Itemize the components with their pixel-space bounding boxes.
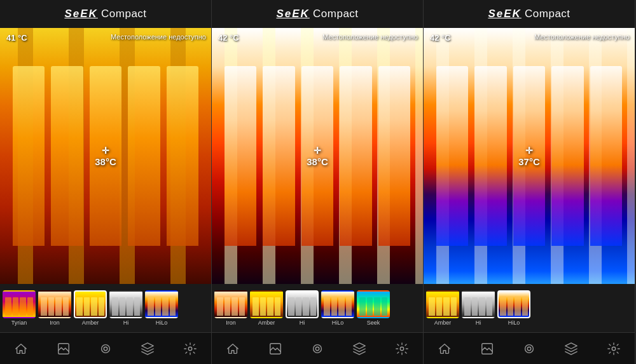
- home-icon-2[interactable]: [221, 337, 244, 360]
- svg-point-5: [314, 344, 322, 353]
- tfhl1: [148, 297, 154, 316]
- tfhl2: [155, 297, 162, 316]
- palette-thumb-hilo-3[interactable]: [497, 290, 530, 318]
- tf2hl3: [338, 297, 345, 316]
- thumb-fins-amber-3: [429, 293, 457, 316]
- gallery-icon-3[interactable]: [476, 337, 499, 360]
- tfh1: [112, 297, 118, 316]
- header-compact-2: Compact: [313, 8, 359, 20]
- bottom-nav-3: [424, 332, 635, 364]
- camera-icon-3[interactable]: [518, 337, 541, 360]
- home-icon-3[interactable]: [433, 337, 456, 360]
- thermal-bg-iron: 42 °C Местоположение недоступно ✛ 38°C: [212, 28, 423, 284]
- tfh2: [120, 297, 126, 316]
- tfa3: [91, 297, 97, 316]
- palette-thumb-amber-1[interactable]: [74, 290, 107, 318]
- fin3-5: [590, 66, 622, 246]
- palette-thumb-hi-3[interactable]: [462, 290, 495, 318]
- tf3a2: [436, 297, 443, 316]
- palette-amber-3[interactable]: Amber: [426, 290, 459, 326]
- tf2s4: [382, 297, 388, 316]
- home-icon-1[interactable]: [10, 337, 32, 360]
- fin3-4: [551, 66, 583, 246]
- tfi1: [41, 297, 47, 316]
- thumb-fins-iron-2: [217, 293, 245, 316]
- palette-tyrian[interactable]: Tyrian: [3, 290, 36, 326]
- palette-iron-2[interactable]: Iron: [214, 290, 247, 326]
- tf3a1: [429, 297, 435, 316]
- palette-thumb-iron-2[interactable]: [214, 290, 247, 318]
- palette-label-iron-1: Iron: [50, 320, 60, 326]
- tf3hl2: [508, 297, 514, 316]
- palette-thumb-hi-2[interactable]: [286, 290, 319, 318]
- temp-max-1: 41 °C: [6, 33, 27, 43]
- tfa2: [84, 297, 90, 316]
- settings-icon-3[interactable]: [602, 337, 625, 360]
- crosshair-3: ✛: [525, 145, 533, 154]
- tf2a1: [252, 297, 259, 316]
- thumb-fins-amber-1: [76, 293, 104, 316]
- palette-thumb-seek-2[interactable]: [357, 290, 390, 318]
- camera-icon-1[interactable]: [94, 337, 117, 360]
- thumb-fins-hi-1: [112, 293, 140, 316]
- palette-iron-1[interactable]: Iron: [38, 290, 71, 326]
- palette-row-1: Tyrian Iron Ambe: [0, 284, 211, 332]
- tf2s2: [367, 297, 373, 316]
- header-seek-3: SeEK: [488, 8, 521, 20]
- tf4: [27, 297, 34, 316]
- thumb-fins-hi-2: [288, 293, 316, 316]
- fin3-1: [436, 66, 468, 246]
- layers-icon-1[interactable]: [136, 337, 159, 360]
- thumb-fins-hilo-1: [148, 293, 176, 316]
- palette-thumb-hi-1[interactable]: [109, 290, 142, 318]
- svg-point-7: [400, 347, 404, 351]
- svg-point-3: [188, 347, 192, 351]
- palette-amber-1[interactable]: Amber: [74, 290, 107, 326]
- fin2-4: [340, 66, 371, 246]
- palette-label-amber-1: Amber: [82, 320, 99, 326]
- tf3h1: [464, 297, 471, 316]
- thermal-bg-amber: 41 °C Местоположение недоступно ✛ 38°C: [0, 28, 211, 284]
- thumb-fins-seek-2: [359, 293, 387, 316]
- layers-icon-3[interactable]: [560, 337, 583, 360]
- fin-1: [13, 66, 45, 246]
- palette-thumb-amber-2[interactable]: [250, 290, 283, 318]
- palette-amber-2[interactable]: Amber: [250, 290, 283, 326]
- tf2hl2: [331, 297, 338, 316]
- svg-point-6: [315, 347, 319, 351]
- header-seek-2: SeEK: [276, 8, 309, 20]
- palette-thumb-tyrian[interactable]: [3, 290, 36, 318]
- header-2: SeEK Compact: [212, 0, 423, 28]
- palette-seek-2[interactable]: Seek: [357, 290, 390, 326]
- gallery-icon-2[interactable]: [264, 337, 287, 360]
- palette-thumb-hilo-2[interactable]: [321, 290, 354, 318]
- layers-icon-2[interactable]: [348, 337, 371, 360]
- tf2i2: [225, 297, 231, 316]
- center-temp-value-2: 38°C: [307, 156, 328, 166]
- palette-hi-1[interactable]: Hi: [109, 290, 142, 326]
- settings-icon-2[interactable]: [391, 337, 413, 360]
- palette-hilo-1[interactable]: HiLo: [145, 290, 178, 326]
- palette-hi-3[interactable]: Hi: [462, 290, 495, 326]
- bottom-nav-2: [212, 332, 423, 364]
- palette-hilo-3[interactable]: HiLo: [497, 290, 530, 326]
- palette-hi-2[interactable]: Hi: [286, 290, 319, 326]
- thermal-bg-hilo: 42 °C Местоположение недоступно ✛ 37°C: [424, 28, 635, 284]
- tf3: [20, 297, 26, 316]
- palette-thumb-hilo-1[interactable]: [145, 290, 178, 318]
- palette-label-hi-1: Hi: [123, 320, 129, 326]
- tf3hl1: [500, 297, 506, 316]
- gallery-icon-1[interactable]: [52, 337, 75, 360]
- palette-thumb-iron-1[interactable]: [38, 290, 71, 318]
- tf2a3: [267, 297, 273, 316]
- camera-icon-2[interactable]: [306, 337, 329, 360]
- tfhl4: [170, 297, 176, 316]
- tf2s3: [374, 297, 380, 316]
- palette-hilo-2[interactable]: HiLo: [321, 290, 354, 326]
- svg-point-10: [527, 347, 531, 351]
- header-3: SeEK Compact: [424, 0, 635, 28]
- settings-icon-1[interactable]: [179, 337, 202, 360]
- tf2s1: [359, 297, 366, 316]
- palette-thumb-amber-3[interactable]: [426, 290, 459, 318]
- tf3h2: [472, 297, 478, 316]
